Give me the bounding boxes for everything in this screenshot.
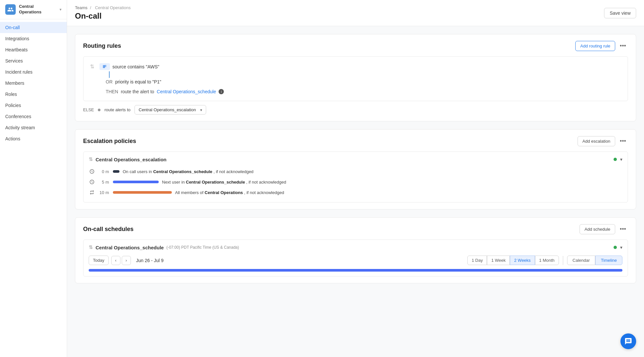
routing-rules-section: Routing rules Add routing rule ••• ⇅ IF …: [75, 34, 636, 121]
sidebar-item-members[interactable]: Members: [0, 78, 67, 89]
sidebar-item-heartbeats[interactable]: Heartbeats: [0, 44, 67, 55]
chat-support-button[interactable]: [620, 333, 636, 349]
sidebar-item-actions[interactable]: Actions: [0, 133, 67, 144]
escalation-status-dot: [614, 158, 617, 161]
add-routing-rule-button[interactable]: Add routing rule: [575, 41, 615, 51]
calendar-display-group: Calendar Timeline: [567, 256, 622, 265]
escalation-policies-title: Escalation policies: [83, 138, 136, 145]
routing-rules-actions: Add routing rule •••: [575, 41, 628, 51]
escalation-policies-header: Escalation policies Add escalation •••: [83, 136, 628, 146]
calendar-prev-button[interactable]: ‹: [111, 256, 120, 265]
routing-rules-more-button[interactable]: •••: [618, 41, 628, 51]
step-2-desc: All members of Central Operations , if n…: [175, 190, 284, 195]
team-name: Central Operations: [19, 4, 56, 15]
else-label: ELSE: [83, 107, 94, 112]
schedule-item: ⇅ Central Operations_schedule (-07:00) P…: [83, 240, 628, 277]
save-view-button[interactable]: Save view: [604, 8, 636, 18]
routing-rules-title: Routing rules: [83, 43, 121, 49]
sidebar-item-services[interactable]: Services: [0, 55, 67, 66]
page-title: On-call: [75, 11, 132, 21]
condition-2: priority is equal to "P1": [115, 79, 161, 84]
calendar-nav: ‹ ›: [111, 256, 131, 265]
escalation-policies-section: Escalation policies Add escalation ••• ⇅…: [75, 129, 636, 209]
escalation-step-0: 0 m On call users in Central Operations_…: [89, 166, 622, 177]
escalation-sort-icon: ⇅: [89, 156, 93, 162]
sidebar-item-on-call[interactable]: On-call: [0, 22, 67, 33]
routing-rule-if-row: ⇅ IF source contains "AWS": [90, 62, 621, 71]
step-2-bar-container: All members of Central Operations , if n…: [113, 190, 622, 195]
view-1month-button[interactable]: 1 Month: [535, 256, 559, 265]
info-icon[interactable]: i: [219, 89, 224, 94]
add-schedule-button[interactable]: Add schedule: [580, 224, 615, 234]
breadcrumb: Teams / Central Operations: [75, 5, 132, 10]
schedules-more-button[interactable]: •••: [618, 224, 628, 234]
step-2-time: 10 m: [99, 190, 109, 195]
routing-rules-header: Routing rules Add routing rule •••: [83, 41, 628, 51]
schedule-header-right: ▾: [614, 245, 622, 250]
sidebar-item-roles[interactable]: Roles: [0, 89, 67, 100]
then-route-link[interactable]: Central Operations_schedule: [157, 89, 216, 94]
else-row: ELSE route alerts to Central Operations_…: [83, 105, 628, 115]
sidebar-nav: On-call Integrations Heartbeats Services…: [0, 19, 67, 357]
escalation-policies-actions: Add escalation •••: [578, 136, 628, 146]
oncall-schedules-header: On-call schedules Add schedule •••: [83, 224, 628, 234]
escalation-item: ⇅ Central Operations_escalation ▾ 0 m: [83, 152, 628, 203]
calendar-next-button[interactable]: ›: [122, 256, 131, 265]
step-1-time: 5 m: [99, 180, 109, 185]
step-0-bar: [113, 170, 119, 173]
or-label: OR: [90, 79, 113, 84]
else-dot: [98, 109, 100, 111]
header-left: Teams / Central Operations On-call: [75, 5, 132, 21]
view-1day-button[interactable]: 1 Day: [467, 256, 487, 265]
oncall-schedules-actions: Add schedule •••: [580, 224, 628, 234]
escalation-more-button[interactable]: •••: [618, 136, 628, 146]
step-0-clock-icon: [89, 168, 95, 175]
main-content: Teams / Central Operations On-call Save …: [67, 0, 644, 357]
view-timeline-button[interactable]: Timeline: [595, 256, 622, 265]
sidebar-item-integrations[interactable]: Integrations: [0, 33, 67, 44]
breadcrumb-current: Central Operations: [95, 5, 131, 10]
routing-rule-box: ⇅ IF source contains "AWS" OR priority i…: [83, 56, 628, 101]
step-1-bar-container: Next user in Central Operations_schedule…: [113, 180, 622, 185]
today-button[interactable]: Today: [89, 256, 109, 265]
schedule-sort-icon: ⇅: [89, 244, 93, 250]
step-1-bar: [113, 181, 159, 183]
sidebar-item-activity-stream[interactable]: Activity stream: [0, 122, 67, 133]
view-1week-button[interactable]: 1 Week: [487, 256, 510, 265]
sidebar-item-incident-rules[interactable]: Incident rules: [0, 66, 67, 78]
else-route-select[interactable]: Central Operations_escalation: [134, 105, 206, 115]
view-calendar-button[interactable]: Calendar: [567, 256, 596, 265]
then-label: THEN: [106, 89, 118, 94]
rule-connector: [109, 71, 110, 78]
calendar-view-group: 1 Day 1 Week 2 Weeks 1 Month: [467, 256, 559, 265]
sidebar-header[interactable]: Central Operations ▾: [0, 0, 67, 19]
schedule-timeline-bar: [89, 269, 622, 272]
cal-separator: [563, 256, 563, 265]
step-0-desc: On call users in Central Operations_sche…: [123, 169, 254, 174]
oncall-schedules-title: On-call schedules: [83, 226, 134, 233]
schedule-name: ⇅ Central Operations_schedule (-07:00) P…: [89, 244, 239, 250]
sidebar-item-conferences[interactable]: Conferences: [0, 111, 67, 122]
add-escalation-button[interactable]: Add escalation: [578, 136, 615, 146]
schedule-status-dot: [614, 246, 617, 249]
view-2weeks-button[interactable]: 2 Weeks: [510, 256, 535, 265]
page-header: Teams / Central Operations On-call Save …: [67, 0, 644, 26]
step-0-bar-container: On call users in Central Operations_sche…: [113, 169, 622, 174]
escalation-header-right: ▾: [614, 157, 622, 162]
step-2-repeat-icon: [89, 189, 95, 196]
routing-rule-or-row: OR priority is equal to "P1": [90, 78, 621, 86]
step-1-desc: Next user in Central Operations_schedule…: [162, 180, 286, 185]
breadcrumb-separator: /: [90, 5, 91, 10]
team-logo: [5, 4, 16, 15]
else-text: route alerts to: [104, 107, 131, 112]
sidebar-chevron-icon: ▾: [60, 7, 62, 12]
step-1-clock-icon: [89, 179, 95, 185]
sidebar-item-policies[interactable]: Policies: [0, 100, 67, 111]
escalation-name: ⇅ Central Operations_escalation: [89, 156, 167, 162]
escalation-chevron-icon[interactable]: ▾: [620, 157, 622, 162]
breadcrumb-parent[interactable]: Teams: [75, 5, 87, 10]
condition-1: source contains "AWS": [113, 64, 159, 69]
then-text: route the alert to: [121, 89, 154, 94]
schedule-chevron-icon[interactable]: ▾: [620, 245, 622, 250]
calendar-controls: Today ‹ › Jun 26 - Jul 9 1 Day 1 Week 2 …: [89, 256, 622, 265]
